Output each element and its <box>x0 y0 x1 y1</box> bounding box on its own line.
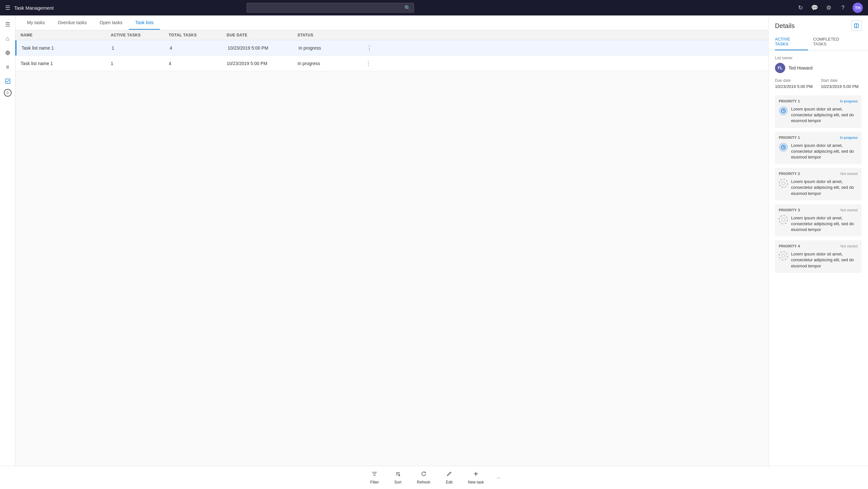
cell-name-1: Task list name 1 <box>22 44 112 52</box>
cell-status-1: In progress <box>299 44 363 52</box>
content-area: My tasks Overdue tasks Open tasks Task l… <box>16 16 768 466</box>
cell-due-2: 10/23/2019 5:00 PM <box>227 60 298 67</box>
task-text-5: Lorem ipsum dolor sit amet, consectetur … <box>791 251 858 269</box>
task-text-3: Lorem ipsum dolor sit amet, consectetur … <box>791 179 858 197</box>
col-status: STATUS <box>298 33 362 37</box>
task-priority-4: PRIORITY 3 <box>779 208 800 212</box>
list-owner-info: FL Ted Howard <box>775 63 862 73</box>
details-panel-header: Details <box>769 16 868 31</box>
cell-active-2: 1 <box>111 60 169 67</box>
table-row[interactable]: Task list name 1 1 4 10/23/2019 5:00 PM … <box>16 40 768 56</box>
tab-my-tasks[interactable]: My tasks <box>21 16 51 30</box>
more-button[interactable]: ··· <box>492 472 505 483</box>
filter-button[interactable]: Filter <box>363 468 387 487</box>
row-more-button-1[interactable]: ⋮ <box>363 43 376 53</box>
task-text-4: Lorem ipsum dolor sit amet, consectetur … <box>791 215 858 233</box>
cell-name-2: Task list name 1 <box>21 60 111 67</box>
task-icon-1 <box>779 106 788 115</box>
row-more-button-2[interactable]: ⋮ <box>362 59 375 68</box>
task-card-2[interactable]: PRIORITY 1 In progress Lorem ipsum dolor… <box>775 132 862 164</box>
new-task-icon <box>473 471 479 479</box>
sub-navigation: My tasks Overdue tasks Open tasks Task l… <box>16 16 768 30</box>
sidebar-item-tasks[interactable] <box>1 75 14 88</box>
task-priority-5: PRIORITY 4 <box>779 244 800 248</box>
sort-button[interactable]: Sort <box>387 468 409 487</box>
task-status-5: Not started <box>840 244 858 248</box>
task-icon-2 <box>779 143 788 152</box>
tab-open-tasks[interactable]: Open tasks <box>93 16 129 30</box>
avatar[interactable]: TH <box>852 3 863 13</box>
refresh-icon[interactable]: ↻ <box>796 3 805 12</box>
sidebar-item-list[interactable]: ≡ <box>1 61 14 74</box>
refresh-button[interactable]: Refresh <box>409 468 438 487</box>
start-date-value: 10/23/2019 5:00 PM <box>821 84 862 89</box>
task-priority-2: PRIORITY 1 <box>779 136 800 140</box>
start-date-label: Start date <box>821 78 862 83</box>
app-title: Task Management <box>14 5 54 11</box>
due-date-value: 10/23/2019 5:00 PM <box>775 84 816 89</box>
chat-icon[interactable]: 💬 <box>810 3 819 12</box>
cell-total-1: 4 <box>170 44 228 52</box>
help-icon[interactable]: ? <box>838 3 847 12</box>
sidebar-badge[interactable]: 0 <box>4 89 11 97</box>
new-task-label: New task <box>468 480 484 485</box>
task-card-4[interactable]: PRIORITY 3 Not started Lorem ipsum dolor… <box>775 204 862 237</box>
svg-point-13 <box>782 254 785 258</box>
left-sidebar: ☰ ⌂ ≡ 0 <box>0 16 16 466</box>
more-icon: ··· <box>497 475 500 480</box>
due-date-label: Due date <box>775 78 816 83</box>
expand-panel-button[interactable] <box>851 21 862 31</box>
details-title: Details <box>775 22 795 30</box>
task-icon-4 <box>779 215 788 224</box>
start-date-item: Start date 10/23/2019 5:00 PM <box>821 78 862 89</box>
table-header: NAME ACTIVE TASKS TOTAL TASKS DUE DATE S… <box>16 30 768 40</box>
col-total-tasks: TOTAL TASKS <box>169 33 227 37</box>
svg-point-12 <box>782 218 785 221</box>
task-card-1[interactable]: PRIORITY 1 In progress Lorem ipsum dolor… <box>775 95 862 128</box>
sidebar-item-menu[interactable]: ☰ <box>1 18 14 31</box>
task-priority-3: PRIORITY 2 <box>779 172 800 176</box>
tab-active-tasks[interactable]: ACTIVE TASKS <box>775 33 808 50</box>
edit-label: Edit <box>446 480 453 485</box>
tab-completed-tasks[interactable]: COMPLETED TASKS <box>813 33 857 50</box>
task-card-3[interactable]: PRIORITY 2 Not started Lorem ipsum dolor… <box>775 168 862 200</box>
task-priority-1: PRIORITY 1 <box>779 99 800 103</box>
task-card-5[interactable]: PRIORITY 4 Not started Lorem ipsum dolor… <box>775 240 862 273</box>
due-date-item: Due date 10/23/2019 5:00 PM <box>775 78 816 89</box>
top-nav-icons: ↻ 💬 ⚙ ? TH <box>796 3 863 13</box>
svg-line-21 <box>450 472 451 473</box>
hamburger-menu-icon[interactable]: ☰ <box>5 4 10 11</box>
refresh-label: Refresh <box>417 480 430 485</box>
col-name: NAME <box>21 33 111 37</box>
task-status-3: Not started <box>840 172 858 176</box>
filter-label: Filter <box>370 480 379 485</box>
settings-icon[interactable]: ⚙ <box>824 3 833 12</box>
search-input[interactable] <box>247 3 414 12</box>
sidebar-item-apps[interactable] <box>1 47 14 59</box>
list-owner-label: List owner <box>775 56 862 60</box>
tab-task-lists[interactable]: Task lists <box>129 16 160 30</box>
task-status-1: In progress <box>840 99 858 103</box>
sidebar-item-home[interactable]: ⌂ <box>1 32 14 45</box>
edit-button[interactable]: Edit <box>438 468 460 487</box>
cell-due-1: 10/23/2019 5:00 PM <box>228 44 299 52</box>
cell-status-2: In progress <box>298 60 362 67</box>
top-navigation: ☰ Task Management 🔍 ↻ 💬 ⚙ ? TH <box>0 0 868 16</box>
task-text-2: Lorem ipsum dolor sit amet, consectetur … <box>791 143 858 161</box>
svg-point-11 <box>782 182 785 185</box>
col-due-date: DUE DATE <box>227 33 298 37</box>
bottom-toolbar: Filter Sort Refresh <box>0 466 868 489</box>
task-icon-3 <box>779 179 788 188</box>
tab-overdue-tasks[interactable]: Overdue tasks <box>51 16 93 30</box>
task-status-4: Not started <box>840 208 858 212</box>
details-panel: Details ACTIVE TASKS COMPLETED TASKS Lis… <box>768 16 868 466</box>
new-task-button[interactable]: New task <box>460 468 491 487</box>
cell-active-1: 1 <box>112 44 170 52</box>
col-actions <box>362 33 375 37</box>
cell-total-2: 4 <box>169 60 227 67</box>
owner-avatar: FL <box>775 63 785 73</box>
table-row[interactable]: Task list name 1 1 4 10/23/2019 5:00 PM … <box>16 56 768 71</box>
task-icon-5 <box>779 251 788 260</box>
task-status-2: In progress <box>840 136 858 140</box>
search-icon: 🔍 <box>404 5 411 11</box>
